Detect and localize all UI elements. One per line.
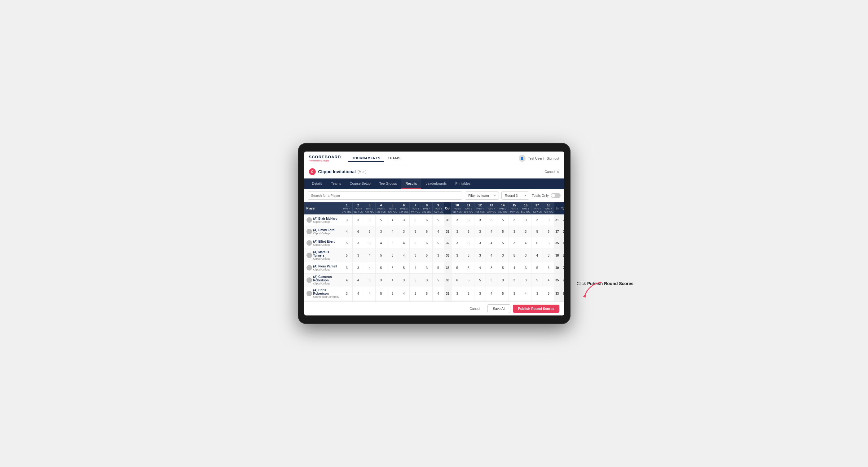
- score-hole-16[interactable]: 3: [520, 262, 531, 274]
- score-hole-6[interactable]: 4: [398, 287, 410, 300]
- score-hole-10[interactable]: 6: [452, 274, 463, 287]
- score-hole-13[interactable]: 4: [486, 287, 497, 300]
- score-hole-15[interactable]: 4: [508, 262, 520, 274]
- score-hole-3[interactable]: 3: [364, 237, 375, 249]
- score-hole-5[interactable]: 3: [387, 287, 398, 300]
- score-hole-13[interactable]: 3: [486, 214, 497, 226]
- score-hole-12[interactable]: 5: [474, 274, 486, 287]
- score-hole-16[interactable]: 4: [520, 287, 531, 300]
- score-hole-7[interactable]: 3: [410, 287, 421, 300]
- score-hole-18[interactable]: 6: [543, 262, 554, 274]
- score-hole-9[interactable]: 5: [433, 214, 444, 226]
- score-hole-15[interactable]: 3: [508, 274, 520, 287]
- tab-course-setup[interactable]: Course Setup: [345, 179, 375, 189]
- score-hole-1[interactable]: 4: [341, 274, 353, 287]
- tab-tee-groups[interactable]: Tee Groups: [375, 179, 401, 189]
- score-hole-4[interactable]: 5: [375, 214, 387, 226]
- score-hole-4[interactable]: 5: [375, 249, 387, 262]
- score-hole-8[interactable]: 3: [421, 262, 433, 274]
- score-hole-1[interactable]: 3: [341, 262, 353, 274]
- score-hole-9[interactable]: 4: [433, 287, 444, 300]
- score-hole-18[interactable]: 4: [543, 274, 554, 287]
- score-hole-1[interactable]: 5: [341, 237, 353, 249]
- score-hole-7[interactable]: 5: [410, 226, 421, 237]
- score-hole-8[interactable]: 6: [421, 237, 433, 249]
- score-hole-15[interactable]: 5: [508, 249, 520, 262]
- score-hole-6[interactable]: 3: [398, 214, 410, 226]
- score-hole-11[interactable]: 5: [463, 214, 474, 226]
- score-hole-14[interactable]: 5: [497, 237, 508, 249]
- score-hole-13[interactable]: 4: [486, 226, 497, 237]
- score-hole-10[interactable]: 3: [452, 287, 463, 300]
- score-hole-14[interactable]: 5: [497, 262, 508, 274]
- score-hole-1[interactable]: 5: [341, 249, 353, 262]
- round-dropdown[interactable]: Round 3 ▾: [501, 191, 529, 199]
- score-hole-8[interactable]: 5: [421, 287, 433, 300]
- score-hole-18[interactable]: 6: [543, 226, 554, 237]
- score-hole-9[interactable]: 5: [433, 237, 444, 249]
- score-hole-5[interactable]: 4: [387, 214, 398, 226]
- score-hole-12[interactable]: 3: [474, 226, 486, 237]
- score-hole-3[interactable]: 5: [364, 274, 375, 287]
- score-hole-8[interactable]: 3: [421, 274, 433, 287]
- score-hole-8[interactable]: 6: [421, 214, 433, 226]
- score-hole-14[interactable]: 5: [497, 214, 508, 226]
- score-hole-17[interactable]: 4: [531, 249, 543, 262]
- score-hole-15[interactable]: 3: [508, 237, 520, 249]
- score-hole-7[interactable]: 5: [410, 214, 421, 226]
- score-hole-6[interactable]: 4: [398, 237, 410, 249]
- score-hole-4[interactable]: 5: [375, 262, 387, 274]
- score-hole-13[interactable]: 4: [486, 237, 497, 249]
- score-hole-8[interactable]: 6: [421, 226, 433, 237]
- score-hole-4[interactable]: 4: [375, 237, 387, 249]
- score-hole-11[interactable]: 5: [463, 249, 474, 262]
- toggle-switch[interactable]: [551, 193, 561, 198]
- score-hole-1[interactable]: 3: [341, 287, 353, 300]
- search-input[interactable]: [308, 191, 463, 199]
- nav-teams[interactable]: TEAMS: [384, 155, 404, 162]
- score-hole-9[interactable]: 4: [433, 226, 444, 237]
- score-hole-6[interactable]: 4: [398, 249, 410, 262]
- score-hole-10[interactable]: 3: [452, 237, 463, 249]
- score-hole-6[interactable]: 3: [398, 226, 410, 237]
- score-hole-16[interactable]: 3: [520, 214, 531, 226]
- score-hole-12[interactable]: 3: [474, 237, 486, 249]
- tab-leaderboards[interactable]: Leaderboards: [421, 179, 451, 189]
- score-hole-18[interactable]: 5: [543, 237, 554, 249]
- score-hole-3[interactable]: 3: [364, 226, 375, 237]
- score-hole-17[interactable]: 3: [531, 287, 543, 300]
- save-all-button[interactable]: Save All: [488, 304, 510, 313]
- score-hole-5[interactable]: 3: [387, 262, 398, 274]
- score-hole-5[interactable]: 4: [387, 226, 398, 237]
- score-hole-3[interactable]: 5: [364, 214, 375, 226]
- score-hole-5[interactable]: 4: [387, 274, 398, 287]
- score-hole-17[interactable]: 5: [531, 262, 543, 274]
- score-hole-4[interactable]: 3: [375, 226, 387, 237]
- score-hole-10[interactable]: 5: [452, 262, 463, 274]
- score-hole-13[interactable]: 4: [486, 249, 497, 262]
- score-hole-1[interactable]: 3: [341, 214, 353, 226]
- score-hole-6[interactable]: 5: [398, 262, 410, 274]
- tab-results[interactable]: Results: [401, 179, 422, 189]
- sign-out-link[interactable]: Sign out: [547, 156, 559, 160]
- score-hole-11[interactable]: 5: [463, 237, 474, 249]
- score-hole-13[interactable]: 3: [486, 274, 497, 287]
- tab-printables[interactable]: Printables: [451, 179, 475, 189]
- score-hole-12[interactable]: 3: [474, 214, 486, 226]
- score-hole-2[interactable]: 4: [352, 274, 364, 287]
- score-hole-9[interactable]: 5: [433, 262, 444, 274]
- score-hole-4[interactable]: 3: [375, 274, 387, 287]
- publish-round-scores-button[interactable]: Publish Round Scores: [513, 305, 559, 313]
- totals-only-toggle[interactable]: Totals Only: [532, 193, 560, 198]
- score-hole-14[interactable]: 3: [497, 249, 508, 262]
- score-hole-15[interactable]: 3: [508, 287, 520, 300]
- nav-tournaments[interactable]: TOURNAMENTS: [348, 155, 384, 162]
- score-hole-15[interactable]: 3: [508, 226, 520, 237]
- score-hole-9[interactable]: 3: [433, 249, 444, 262]
- score-hole-5[interactable]: 3: [387, 237, 398, 249]
- score-hole-14[interactable]: 5: [497, 226, 508, 237]
- score-hole-7[interactable]: 5: [410, 274, 421, 287]
- score-hole-11[interactable]: 5: [463, 262, 474, 274]
- score-hole-7[interactable]: 3: [410, 249, 421, 262]
- score-hole-12[interactable]: 3: [474, 249, 486, 262]
